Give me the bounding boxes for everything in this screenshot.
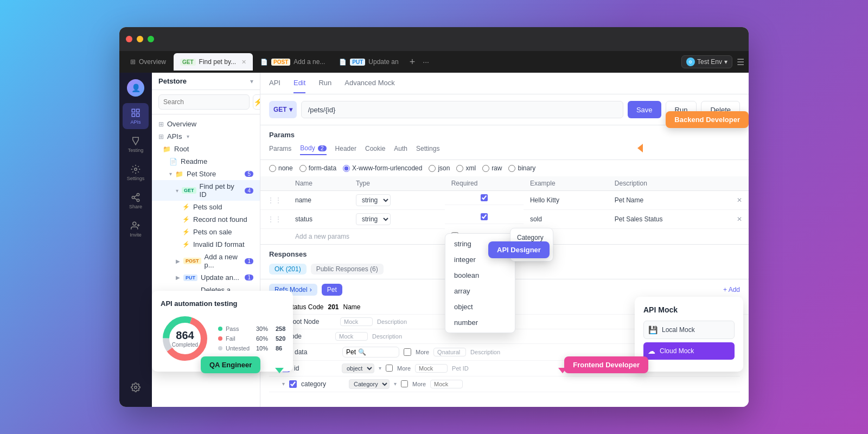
param-required-status[interactable] — [481, 213, 488, 220]
subtab-settings[interactable]: Settings — [416, 145, 439, 155]
drag-handle2[interactable]: ⋮⋮ — [267, 215, 282, 224]
subtab-header[interactable]: Header — [335, 145, 356, 155]
subtab-cookie[interactable]: Cookie — [365, 145, 385, 155]
more-data-checkbox[interactable] — [404, 348, 411, 356]
add-response-button[interactable]: + Add — [723, 286, 740, 293]
sidebar-item-testing[interactable]: Testing — [123, 131, 149, 157]
tab-put-update[interactable]: 📄 PUT Update an — [333, 53, 405, 71]
save-button[interactable]: Save — [628, 101, 661, 118]
tree-item-apis[interactable]: ⊞ APIs ▾ — [152, 130, 260, 143]
drag-handle[interactable]: ⋮⋮ — [267, 196, 282, 205]
filter-button[interactable]: ⚡ — [253, 94, 260, 110]
expand-category[interactable]: ▾ — [282, 381, 285, 387]
sidebar-item-invite[interactable]: Invite — [123, 216, 149, 242]
legend-pass: Pass 30% 258 — [218, 326, 285, 332]
dropdown-array[interactable]: array — [445, 283, 515, 299]
response-icon4: ⚡ — [182, 241, 190, 248]
type-category[interactable]: Category — [349, 379, 390, 389]
tree-item-record-not-found[interactable]: ⚡ Record not found — [152, 213, 260, 226]
untested-dot — [218, 346, 222, 350]
tab-run[interactable]: Run — [318, 79, 331, 93]
subtab-body[interactable]: Body 2 — [300, 144, 326, 155]
name-data: data — [295, 348, 338, 356]
row-close-icon2[interactable]: ✕ — [737, 215, 742, 223]
tab-post-add[interactable]: 📄 POST Add a ne... — [254, 53, 331, 71]
env-selector[interactable]: ⚙ Test Env ▾ — [681, 55, 732, 68]
method-selector[interactable]: GET ▾ — [269, 101, 297, 118]
search-input[interactable] — [158, 94, 250, 110]
sidebar-item-apis[interactable]: APIs — [123, 103, 149, 129]
project-chevron-icon[interactable]: ▾ — [250, 78, 253, 85]
tree-item-pets-sold[interactable]: ⚡ Pets sold — [152, 201, 260, 213]
tree-item-invalid-id[interactable]: ⚡ Invalid ID format — [152, 238, 260, 251]
param-required-name[interactable] — [481, 194, 488, 201]
mock-data[interactable] — [433, 348, 466, 356]
tree-item-find-pet[interactable]: ▾ GET Find pet by ID 4 — [152, 180, 260, 201]
response-tab-201[interactable]: OK (201) — [269, 264, 307, 275]
tree-item-petstore[interactable]: ▾ 📁 Pet Store 5 — [152, 168, 260, 180]
sidebar-item-share[interactable]: Share — [123, 188, 149, 214]
more-cat-checkbox[interactable] — [401, 380, 408, 387]
cloud-mock-option[interactable]: ☁ Cloud Mock — [643, 342, 735, 360]
radio-binary[interactable]: binary — [508, 164, 535, 172]
subtab-params[interactable]: Params — [269, 145, 291, 155]
row-close-icon[interactable]: ✕ — [737, 196, 742, 204]
traffic-light-green[interactable] — [148, 36, 154, 42]
tree-item-overview[interactable]: ⊞ Overview — [152, 118, 260, 130]
tab-advanced-mock[interactable]: Advanced Mock — [344, 79, 395, 93]
mock-category[interactable] — [430, 380, 463, 388]
refs-chevron-icon: › — [310, 286, 312, 293]
radio-raw[interactable]: raw — [482, 164, 502, 172]
svg-line-9 — [134, 198, 137, 200]
radio-json[interactable]: json — [429, 164, 450, 172]
radio-none[interactable]: none — [269, 164, 293, 172]
tree-item-root[interactable]: 📁 Root — [152, 143, 260, 155]
traffic-light-red[interactable] — [126, 36, 132, 42]
param-type-status[interactable]: string — [356, 213, 391, 225]
tab-add-button[interactable]: + — [406, 56, 419, 68]
status-code-value: 201 — [328, 303, 339, 311]
radio-xml[interactable]: xml — [456, 164, 476, 172]
radio-formdata[interactable]: form-data — [299, 164, 336, 172]
dropdown-object[interactable]: object — [445, 299, 515, 315]
menu-icon[interactable]: ☰ — [737, 57, 744, 67]
local-mock-option[interactable]: 💾 Local Mock — [643, 321, 735, 339]
dropdown-boolean[interactable]: boolean — [445, 267, 515, 283]
tab-overview[interactable]: ⊞ Overview — [124, 53, 173, 71]
tab-api[interactable]: API — [269, 79, 280, 93]
avatar[interactable]: 👤 — [127, 79, 144, 97]
subtab-auth[interactable]: Auth — [394, 145, 407, 155]
tab-edit[interactable]: Edit — [293, 79, 305, 93]
response-tab-public[interactable]: Public Responses (6) — [311, 264, 384, 275]
type-id[interactable]: object — [342, 363, 374, 373]
col-name: Name — [289, 176, 349, 191]
folder-icon2: 📁 — [175, 170, 183, 178]
dropdown-number[interactable]: number — [445, 315, 515, 330]
pet-search-bar[interactable]: Pet 🔍 — [342, 347, 399, 358]
more-id-checkbox[interactable] — [386, 365, 393, 372]
radio-urlencoded[interactable]: X-www-form-urlencoded — [343, 164, 422, 172]
param-type-name[interactable]: string — [356, 194, 391, 206]
icon-bar: 👤 APIs Testing Settings Share Invite — [119, 73, 152, 407]
tree-readme-label: Readme — [181, 157, 207, 165]
checkbox-category[interactable] — [289, 380, 297, 388]
pass-count: 258 — [276, 326, 285, 332]
url-input[interactable] — [301, 101, 623, 118]
tree-item-pets-on-sale[interactable]: ⚡ Pets on sale — [152, 226, 260, 238]
sidebar-item-gear[interactable] — [123, 374, 149, 400]
mock-code[interactable] — [335, 332, 368, 341]
tree-item-put-update[interactable]: ▶ PUT Update an... 1 — [152, 271, 260, 284]
name-code: code — [288, 333, 331, 340]
mock-id[interactable] — [415, 364, 448, 373]
pet-button[interactable]: Pet — [322, 284, 342, 296]
tab-more-button[interactable]: ··· — [419, 58, 432, 66]
tab-close-icon[interactable]: ✕ — [241, 59, 246, 66]
pet-search-input[interactable] — [368, 348, 395, 356]
tree-item-post-add[interactable]: ▶ POST Add a new p... 1 — [152, 251, 260, 271]
sidebar-item-settings[interactable]: Settings — [123, 159, 149, 186]
traffic-light-yellow[interactable] — [137, 36, 143, 42]
tab-method-post: POST — [271, 59, 290, 66]
tree-item-readme[interactable]: 📄 Readme — [152, 155, 260, 168]
tab-find-pet[interactable]: GET Find pet by... ✕ — [174, 53, 253, 71]
mock-rootnode[interactable] — [340, 317, 373, 326]
